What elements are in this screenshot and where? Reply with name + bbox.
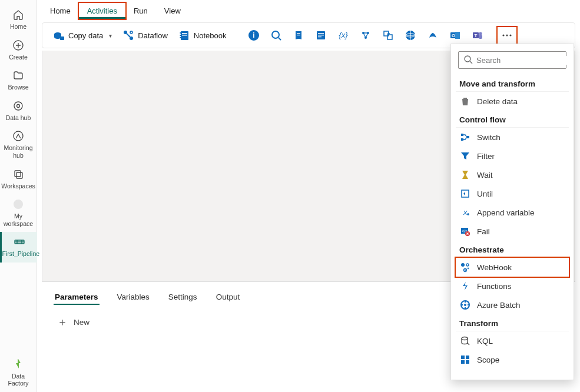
svg-point-21 xyxy=(272,31,279,38)
teams-icon[interactable]: T xyxy=(469,27,486,44)
web-icon[interactable] xyxy=(402,27,419,44)
dataflow-button[interactable]: Dataflow xyxy=(118,27,173,44)
svg-point-43 xyxy=(502,34,504,36)
menu-home[interactable]: Home xyxy=(42,3,79,19)
activity-azure-batch[interactable]: Azure Batch xyxy=(456,295,569,314)
svg-point-55 xyxy=(461,263,465,267)
menubar: Home Activities Run View xyxy=(37,0,580,20)
left-rail: Home Create Browse Data hub Monitoring h… xyxy=(0,0,37,392)
svg-rect-14 xyxy=(182,33,187,34)
rail-workspaces[interactable]: Workspaces xyxy=(0,164,37,195)
wait-icon xyxy=(459,169,471,181)
tab-variables[interactable]: Variables xyxy=(116,290,151,305)
plus-icon: ＋ xyxy=(57,317,68,327)
svg-text:O: O xyxy=(451,33,455,38)
activity-search-input[interactable] xyxy=(458,51,566,69)
rail-create[interactable]: Create xyxy=(0,35,37,66)
activity-functions[interactable]: Functions xyxy=(456,277,569,295)
create-icon xyxy=(12,39,25,52)
procedure-icon[interactable] xyxy=(313,27,329,44)
svg-point-44 xyxy=(506,34,508,36)
menu-view[interactable]: View xyxy=(156,3,189,19)
group-orchestrate: Orchestrate xyxy=(456,241,569,258)
activity-webhook[interactable]: WebHook xyxy=(456,258,569,277)
svg-rect-48 xyxy=(461,138,463,141)
activity-wait[interactable]: Wait xyxy=(456,165,569,184)
fail-icon: </> xyxy=(459,225,471,237)
activity-until[interactable]: Until xyxy=(456,184,569,203)
group-control-flow: Control flow xyxy=(456,111,569,128)
rail-browse[interactable]: Browse xyxy=(0,65,37,96)
search-icon xyxy=(463,55,473,65)
until-icon xyxy=(459,188,471,200)
svg-rect-62 xyxy=(461,356,465,359)
kql-icon xyxy=(459,335,471,347)
rail-data-factory[interactable]: Data Factory xyxy=(0,354,37,392)
notebook-icon xyxy=(178,29,190,41)
svg-rect-23 xyxy=(297,35,300,35)
svg-point-56 xyxy=(466,264,469,266)
svg-rect-33 xyxy=(387,35,392,39)
activity-switch[interactable]: Switch xyxy=(456,128,569,147)
menu-run[interactable]: Run xyxy=(125,3,156,19)
group-transform: Transform xyxy=(456,314,569,331)
myworkspace-icon xyxy=(12,198,25,211)
tab-output[interactable]: Output xyxy=(215,290,241,305)
svg-rect-38 xyxy=(455,32,460,39)
activities-flyout: Move and transform Delete data Control f… xyxy=(450,44,574,380)
svg-rect-26 xyxy=(318,35,324,35)
rail-monitoring[interactable]: Monitoring hub xyxy=(0,126,37,164)
copy-data-button[interactable]: Copy data ▾ xyxy=(48,27,117,44)
tab-parameters[interactable]: Parameters xyxy=(54,290,100,305)
info-icon[interactable]: i xyxy=(246,27,262,44)
activity-filter[interactable]: Filter xyxy=(456,147,569,165)
svg-rect-16 xyxy=(180,32,181,34)
svg-rect-63 xyxy=(466,356,469,359)
rail-my-workspace[interactable]: My workspace xyxy=(0,194,37,232)
script-icon[interactable] xyxy=(290,27,307,44)
svg-rect-27 xyxy=(318,36,322,37)
svg-rect-64 xyxy=(461,360,465,364)
svg-text:x: x xyxy=(463,208,468,217)
invoke-icon[interactable] xyxy=(380,27,396,44)
variable-icon[interactable]: {x} xyxy=(335,27,352,44)
svg-point-45 xyxy=(509,34,511,36)
dataflow-icon xyxy=(122,29,134,41)
svg-point-3 xyxy=(14,131,23,141)
activity-fail[interactable]: </>Fail xyxy=(456,222,569,241)
filter-icon xyxy=(459,150,471,162)
outlook-icon[interactable]: O xyxy=(447,27,463,44)
scope-icon xyxy=(459,354,471,366)
chevron-down-icon: ▾ xyxy=(109,32,112,39)
home-icon xyxy=(12,8,25,21)
rail-data-hub[interactable]: Data hub xyxy=(0,96,37,127)
dataverse-icon[interactable] xyxy=(425,27,441,44)
svg-text:i: i xyxy=(253,31,254,39)
notebook-button[interactable]: Notebook xyxy=(174,27,231,44)
svg-point-1 xyxy=(14,102,22,110)
svg-point-41 xyxy=(479,32,482,35)
svg-rect-65 xyxy=(466,360,469,364)
activity-append-variable[interactable]: xAppend variable xyxy=(456,203,569,222)
ml-icon[interactable] xyxy=(357,27,374,44)
svg-rect-15 xyxy=(182,35,187,36)
activity-delete-data[interactable]: Delete data xyxy=(456,92,569,111)
svg-point-61 xyxy=(462,337,468,340)
batch-icon xyxy=(459,299,471,311)
activity-kql[interactable]: KQL xyxy=(456,331,569,350)
tab-settings[interactable]: Settings xyxy=(167,290,198,305)
svg-point-2 xyxy=(17,104,20,107)
menu-activities[interactable]: Activities xyxy=(79,3,125,19)
monitoring-icon xyxy=(12,129,25,142)
rail-home[interactable]: Home xyxy=(0,5,37,35)
svg-rect-9 xyxy=(60,36,64,40)
svg-rect-25 xyxy=(318,33,324,34)
svg-rect-49 xyxy=(467,136,469,138)
svg-rect-4 xyxy=(15,171,21,177)
svg-point-12 xyxy=(130,31,132,34)
search-icon[interactable] xyxy=(268,27,284,44)
rail-first-pipeline[interactable]: First_Pipeline xyxy=(0,232,37,263)
svg-point-60 xyxy=(464,304,466,306)
more-activities-button[interactable] xyxy=(496,26,518,45)
activity-scope[interactable]: Scope xyxy=(456,350,569,369)
